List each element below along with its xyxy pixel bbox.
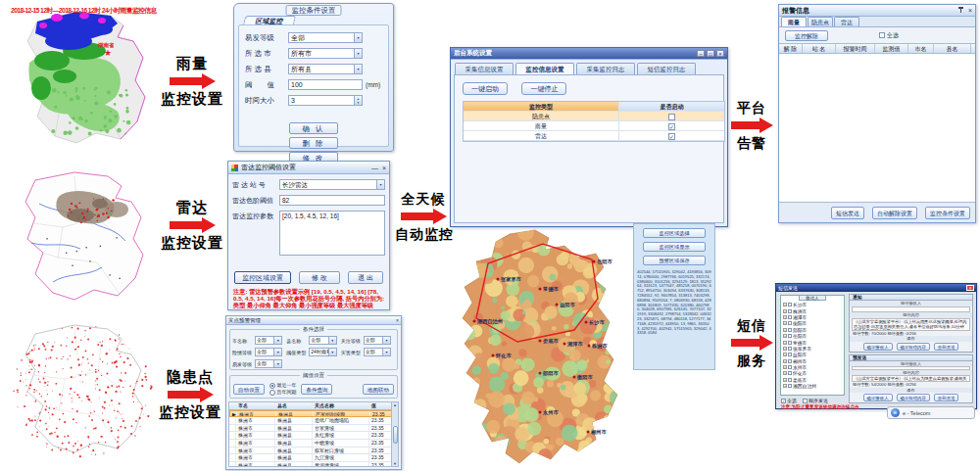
alarm-tab-1[interactable]: 隐患点	[808, 17, 833, 26]
col-monitor-type: 监控类型	[464, 102, 619, 111]
alarm-footer-button-1[interactable]: 自动解除设置	[872, 207, 917, 219]
tab-0[interactable]: 采集信息设置	[455, 63, 514, 74]
seq-send-checkbox[interactable]	[803, 399, 808, 403]
minimize-icon[interactable]: —	[371, 165, 378, 171]
close-icon[interactable]: ×	[396, 317, 399, 324]
alarm-tab-2[interactable]: 雷达	[834, 17, 859, 26]
monitor-row[interactable]: 雨量✓	[464, 121, 724, 131]
spinner-field[interactable]: 3▴▾	[288, 95, 363, 106]
tab-3[interactable]: 短信监控日志	[637, 63, 696, 74]
cond-button-1[interactable]: 删 除	[289, 137, 338, 149]
radar-button-1[interactable]: 修 改	[299, 271, 340, 284]
sms-button-1[interactable]: 确定短信内容	[897, 343, 930, 351]
sms-button-1[interactable]: 确定短信内容	[897, 394, 930, 401]
city-checkbox[interactable]	[788, 378, 792, 382]
content-box[interactable]: 《山洪灾害监测预警平台》:以上站点雨量已达预警阈值,处理内容与结果:已发送至相关…	[852, 318, 970, 331]
start-checkbox[interactable]	[668, 114, 675, 120]
text-field[interactable]: 82	[279, 195, 385, 206]
sms-button-0[interactable]: 确定接收人	[863, 343, 893, 351]
map-link-button[interactable]: 地图联动	[363, 384, 394, 395]
filter-dropdown[interactable]: 全部▾	[255, 336, 282, 345]
query-button[interactable]: 条件查询	[301, 384, 332, 395]
tab-recipients[interactable]: 收信人	[799, 295, 826, 301]
monitor-row[interactable]: 雷达✓	[464, 131, 724, 141]
dropdown-field[interactable]: 全部▾	[288, 32, 363, 43]
city-checkbox[interactable]	[788, 303, 792, 306]
city-checkbox[interactable]	[788, 334, 792, 338]
city-checkbox[interactable]	[788, 384, 792, 388]
sms-button-0[interactable]: 确定接收人	[863, 394, 893, 401]
minimize-icon[interactable]: –	[697, 50, 705, 57]
content-box[interactable]: 《山洪灾害监测预警平台》:以上站点为隐患点监测预警,请相关单位及时查看,注意防范…	[852, 375, 970, 382]
filter-dropdown[interactable]: 全部▾	[255, 359, 282, 368]
table-row[interactable]: 株洲市株洲县九江滑坡23.35	[229, 454, 398, 462]
city-checkbox[interactable]	[788, 359, 792, 363]
monitor-row[interactable]: 隐患点	[464, 112, 724, 121]
taskbar-item[interactable]: e e - Telecom	[887, 406, 975, 419]
alarm-tab-0[interactable]: 雨量	[781, 17, 807, 26]
city-checkbox[interactable]	[788, 341, 792, 345]
spin-down-icon[interactable]: ▾	[358, 101, 360, 105]
city-checkbox[interactable]	[788, 321, 792, 325]
maximize-icon[interactable]: □	[707, 50, 714, 57]
table-row[interactable]: 株洲市株洲县双军村口滑坡23.35	[229, 447, 398, 455]
spinner-buttons[interactable]: ▴▾	[354, 96, 362, 105]
radar-button-0[interactable]: 监控区域设置	[234, 271, 291, 284]
sms-button-2[interactable]: 全部发送	[934, 394, 959, 401]
table-row[interactable]: 株洲市株洲县甘家滑坡23.35	[229, 425, 398, 433]
tab-2[interactable]: 采集监控日志	[576, 63, 635, 74]
dropdown-field[interactable]: 所有市▾	[288, 48, 363, 59]
tab-1[interactable]: 监控信息设置	[515, 63, 574, 74]
radar-button-2[interactable]: 退 出	[348, 271, 383, 284]
region-button-2[interactable]: 预警区域保存	[643, 256, 706, 265]
alarm-footer-button-2[interactable]: 监控条件设置	[925, 207, 970, 219]
tree-item[interactable]: +湘西自治州	[781, 383, 844, 389]
close-icon[interactable]: ×	[966, 285, 974, 291]
scrollbar[interactable]: ▲▼	[391, 402, 398, 466]
select-all-checkbox[interactable]	[879, 32, 885, 38]
city-checkbox[interactable]	[788, 309, 792, 313]
filter-dropdown[interactable]: 全部▾	[364, 336, 391, 345]
release-monitor-button[interactable]: 监控解除	[785, 30, 828, 41]
region-button-1[interactable]: 监控区域显示	[643, 242, 706, 252]
scroll-down-icon[interactable]: ▼	[393, 461, 397, 466]
close-icon[interactable]: ×	[382, 165, 386, 171]
city-checkbox[interactable]	[788, 371, 792, 375]
city-checkbox[interactable]	[788, 347, 792, 351]
dropdown-field[interactable]: 所有县▾	[288, 64, 363, 74]
text-field[interactable]: 100	[288, 79, 363, 90]
sms-button-2[interactable]: 全部发送	[934, 343, 959, 351]
close-icon[interactable]: ×	[968, 7, 972, 14]
pin-icon[interactable]	[957, 7, 964, 14]
filter-dropdown[interactable]: 全部▾	[364, 348, 391, 356]
recipient-box[interactable]	[852, 306, 970, 313]
start-checkbox[interactable]: ✓	[668, 133, 675, 140]
filter-dropdown[interactable]: 全部▾	[255, 348, 282, 356]
auto-set-button[interactable]: 自动设置	[233, 384, 265, 395]
city-checkbox[interactable]	[788, 328, 792, 332]
table-row[interactable]: 株洲市株洲县黄泥塘滑坡23.35	[229, 462, 398, 467]
table-row[interactable]: 株洲市株洲县中糖滑坡23.35	[229, 440, 398, 447]
region-button-0[interactable]: 监控区域选择	[643, 228, 706, 238]
city-checkbox[interactable]	[788, 315, 792, 319]
params-textarea[interactable]: [20, 1.5, 4.5, 12, 16]	[279, 211, 385, 256]
radio-history[interactable]	[270, 390, 275, 396]
table-row[interactable]: 株洲市株洲县造纸厂地面塌陷23.35	[229, 417, 398, 425]
start-all-button[interactable]: 一键启动	[463, 82, 508, 95]
start-checkbox[interactable]: ✓	[668, 123, 675, 130]
filter-dropdown[interactable]: 24时雨量▾	[309, 348, 336, 356]
cond-button-0[interactable]: 确 认	[289, 122, 338, 134]
table-row[interactable]: ▶株洲市株洲县严家组削坡脚23.35	[229, 410, 398, 418]
radio-recent-year[interactable]	[270, 383, 275, 389]
stop-all-button[interactable]: 一键停止	[521, 82, 566, 95]
dropdown-field[interactable]: 长沙雷达▾	[279, 179, 385, 190]
filter-dropdown[interactable]: 全部▾	[309, 336, 336, 345]
scroll-thumb[interactable]	[393, 426, 398, 444]
scroll-up-icon[interactable]: ▲	[393, 402, 397, 407]
city-checkbox[interactable]	[788, 365, 792, 369]
close-icon[interactable]: ×	[716, 50, 724, 57]
alarm-footer-button-0[interactable]: 短信发送	[831, 207, 864, 219]
table-row[interactable]: 株洲市株洲县永红滑坡23.35	[229, 432, 398, 440]
select-all-checkbox[interactable]: ✓	[781, 399, 786, 403]
city-checkbox[interactable]	[788, 353, 792, 356]
